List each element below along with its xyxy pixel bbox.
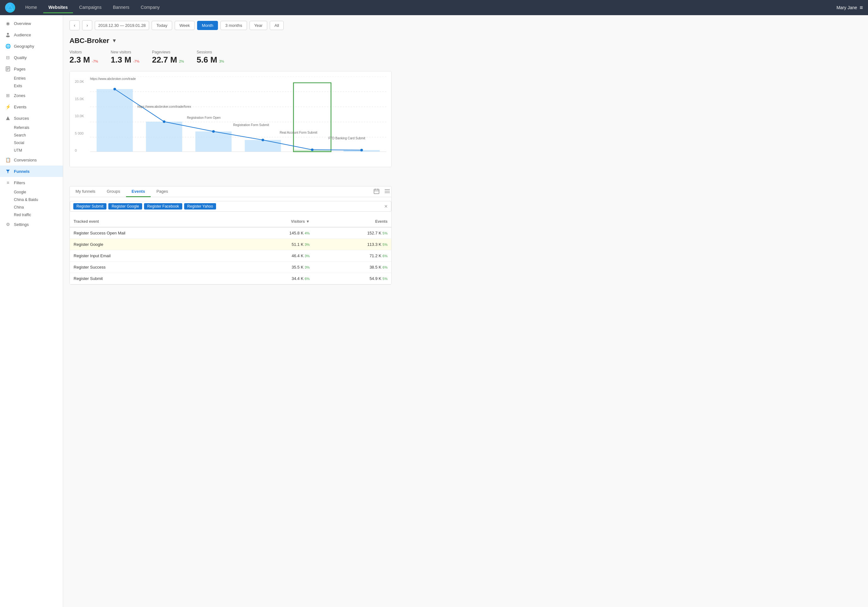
filter-row: Register Submit Register Google Register… bbox=[70, 201, 391, 212]
overview-icon: ◉ bbox=[5, 20, 11, 26]
sidebar-label-overview: Overview bbox=[14, 21, 31, 26]
tabs-row: My funnels Groups Events Pages bbox=[70, 186, 391, 197]
stats-row: Visitors 2.3 M -7% New visitors 1.3 M -7… bbox=[70, 50, 392, 65]
stat-pageviews-label: Pageviews bbox=[152, 50, 184, 54]
nav-home[interactable]: Home bbox=[20, 2, 42, 13]
user-menu-icon[interactable]: ≡ bbox=[859, 5, 863, 11]
period-year-button[interactable]: Year bbox=[250, 21, 267, 30]
sidebar-label-conversions: Conversions bbox=[14, 158, 37, 162]
sidebar-subitem-search[interactable]: Search bbox=[0, 132, 63, 139]
svg-rect-19 bbox=[245, 140, 281, 152]
sidebar-subitem-google[interactable]: Google bbox=[0, 188, 63, 196]
stat-pageviews-value: 22.7 M bbox=[152, 55, 177, 65]
event-events: 152.7 K 5% bbox=[313, 227, 391, 239]
svg-rect-17 bbox=[146, 122, 182, 152]
stat-visitors-value: 2.3 M bbox=[70, 55, 90, 65]
period-month-button[interactable]: Month bbox=[197, 21, 218, 30]
funnel-chart-container: 20.0K 15.0K 10.0K 5 000 0 bbox=[70, 71, 392, 167]
calendar-view-button[interactable] bbox=[372, 187, 381, 197]
sidebar-label-settings: Settings bbox=[14, 222, 29, 227]
nav-banners[interactable]: Banners bbox=[108, 2, 134, 13]
sidebar-subitem-entries[interactable]: Entries bbox=[0, 75, 63, 82]
y-label-0: 0 bbox=[75, 149, 90, 152]
filter-register-submit[interactable]: Register Submit bbox=[73, 203, 107, 210]
sidebar-label-quality: Quality bbox=[14, 55, 26, 60]
svg-rect-18 bbox=[195, 132, 232, 152]
username: Mary Jane bbox=[836, 5, 857, 10]
sidebar-item-quality[interactable]: ⊟ Quality bbox=[0, 52, 63, 63]
zones-icon: ⊞ bbox=[5, 93, 11, 98]
sidebar-label-pages: Pages bbox=[14, 67, 26, 71]
col-tracked-event: Tracked event bbox=[70, 216, 236, 227]
stat-new-visitors-value: 1.3 M bbox=[111, 55, 132, 65]
sidebar-item-funnels[interactable]: Funnels bbox=[0, 166, 63, 177]
prev-period-button[interactable]: ‹ bbox=[70, 20, 80, 30]
event-name: Register Submit bbox=[70, 273, 236, 284]
nav-websites[interactable]: Websites bbox=[43, 2, 73, 13]
funnels-icon bbox=[5, 168, 11, 174]
tab-groups[interactable]: Groups bbox=[101, 186, 126, 197]
sidebar-item-settings[interactable]: ⚙ Settings bbox=[0, 219, 63, 230]
event-events: 71.2 K 6% bbox=[313, 250, 391, 262]
tab-my-funnels[interactable]: My funnels bbox=[70, 186, 101, 197]
events-table: Tracked event Visitors ▼ Events Register… bbox=[70, 216, 391, 284]
user-area: Mary Jane ≡ bbox=[836, 5, 863, 11]
sidebar-label-audience: Audience bbox=[14, 33, 31, 37]
sidebar-item-audience[interactable]: Audience bbox=[0, 29, 63, 40]
list-view-button[interactable] bbox=[383, 187, 391, 197]
sidebar-subitem-red-traffic[interactable]: Red traffic bbox=[0, 211, 63, 219]
event-visitors: 35.5 K 3% bbox=[236, 262, 314, 273]
next-period-button[interactable]: › bbox=[82, 20, 92, 30]
period-today-button[interactable]: Today bbox=[152, 21, 172, 30]
geography-icon: 🌐 bbox=[5, 43, 11, 49]
svg-rect-21 bbox=[293, 83, 331, 152]
date-bar: ‹ › 2018.12.30 — 2019.01.28 Today Week M… bbox=[70, 20, 392, 30]
sidebar-subitem-social[interactable]: Social bbox=[0, 139, 63, 147]
event-name: Register Google bbox=[70, 239, 236, 250]
sidebar-subitem-utm[interactable]: UTM bbox=[0, 147, 63, 154]
filter-close-button[interactable]: ✕ bbox=[384, 204, 388, 209]
sidebar-item-sources[interactable]: Sources bbox=[0, 112, 63, 124]
tab-events[interactable]: Events bbox=[126, 186, 151, 197]
broker-dropdown[interactable]: ▼ bbox=[112, 38, 117, 43]
sidebar-subitem-exits[interactable]: Exits bbox=[0, 82, 63, 90]
nav-company[interactable]: Company bbox=[136, 2, 165, 13]
nav-items: Home Websites Campaigns Banners Company bbox=[20, 2, 836, 13]
sidebar-subitem-referrals[interactable]: Referrals bbox=[0, 124, 63, 132]
sidebar-item-filters[interactable]: ≡ Filters bbox=[0, 177, 63, 188]
sidebar-label-events: Events bbox=[14, 105, 26, 109]
event-events: 113.3 K 5% bbox=[313, 239, 391, 250]
col-visitors[interactable]: Visitors ▼ bbox=[236, 216, 314, 227]
sidebar-item-events[interactable]: ⚡ Events bbox=[0, 101, 63, 112]
period-week-button[interactable]: Week bbox=[175, 21, 195, 30]
svg-point-2 bbox=[7, 33, 9, 35]
filter-register-facebook[interactable]: Register Facebook bbox=[144, 203, 182, 210]
stat-sessions-value: 5.6 M bbox=[197, 55, 217, 65]
nav-campaigns[interactable]: Campaigns bbox=[74, 2, 107, 13]
sidebar-item-geography[interactable]: 🌐 Geography bbox=[0, 40, 63, 52]
conversions-icon: 📋 bbox=[5, 157, 11, 163]
filter-register-yahoo[interactable]: Register Yahoo bbox=[184, 203, 216, 210]
tab-pages[interactable]: Pages bbox=[151, 186, 174, 197]
settings-icon: ⚙ bbox=[5, 222, 11, 227]
period-3months-button[interactable]: 3 months bbox=[220, 21, 247, 30]
sidebar-subitem-china-baidu[interactable]: China & Baidu bbox=[0, 196, 63, 203]
sidebar-item-pages[interactable]: Pages bbox=[0, 63, 63, 75]
sidebar-item-conversions[interactable]: 📋 Conversions bbox=[0, 154, 63, 166]
sidebar-item-zones[interactable]: ⊞ Zones bbox=[0, 90, 63, 101]
event-visitors: 46.4 K 3% bbox=[236, 250, 314, 262]
stat-visitors-change: -7% bbox=[92, 59, 98, 63]
table-row: Register Success Open Mail 145.8 K 4% 15… bbox=[70, 227, 391, 239]
sidebar-item-overview[interactable]: ◉ Overview bbox=[0, 18, 63, 29]
top-navigation: Home Websites Campaigns Banners Company … bbox=[0, 0, 868, 15]
filter-register-google[interactable]: Register Google bbox=[108, 203, 142, 210]
sidebar-subitem-china[interactable]: China bbox=[0, 203, 63, 211]
event-name: Register Success Open Mail bbox=[70, 227, 236, 239]
filters-icon: ≡ bbox=[5, 180, 11, 185]
event-visitors: 145.8 K 4% bbox=[236, 227, 314, 239]
period-all-button[interactable]: All bbox=[270, 21, 284, 30]
event-events: 54.9 K 5% bbox=[313, 273, 391, 284]
stat-visitors: Visitors 2.3 M -7% bbox=[70, 50, 98, 65]
sidebar-label-zones: Zones bbox=[14, 93, 25, 98]
y-label-5k: 5 000 bbox=[75, 132, 90, 135]
